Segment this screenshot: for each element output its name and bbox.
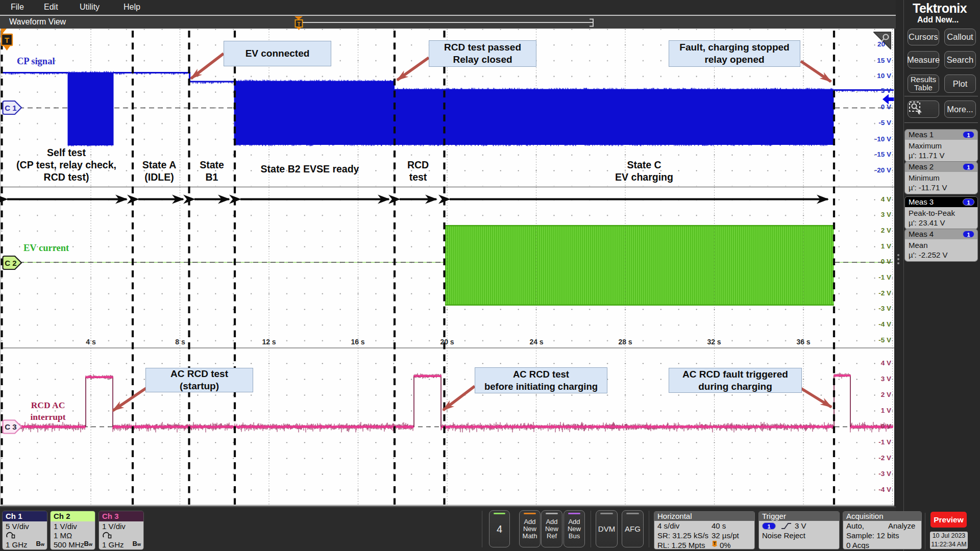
svg-text:C 1: C 1 xyxy=(5,104,16,112)
svg-text:C 3: C 3 xyxy=(5,422,16,431)
svg-text:C 2: C 2 xyxy=(5,259,16,267)
svg-text:T: T xyxy=(713,541,716,546)
